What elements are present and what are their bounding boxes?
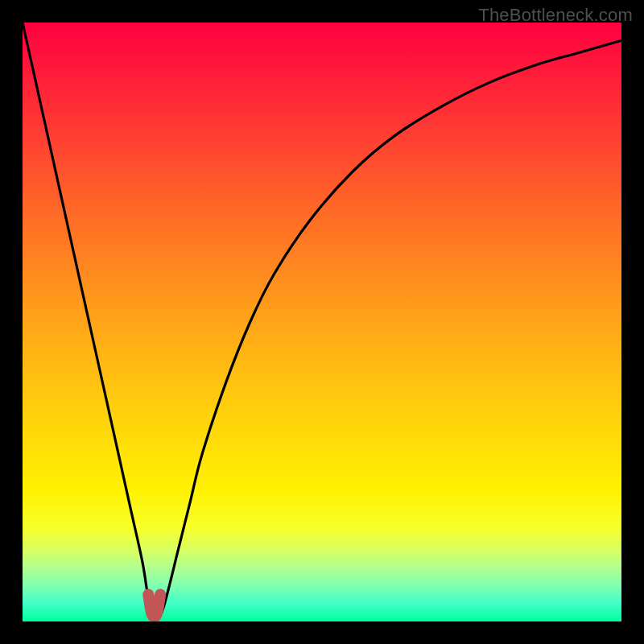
bottleneck-curve [23, 23, 621, 618]
plot-area [23, 23, 621, 621]
watermark-text: TheBottleneck.com [478, 5, 633, 26]
chart-frame: TheBottleneck.com [0, 0, 644, 644]
highlight-marker [148, 595, 160, 617]
curve-layer [23, 23, 621, 621]
